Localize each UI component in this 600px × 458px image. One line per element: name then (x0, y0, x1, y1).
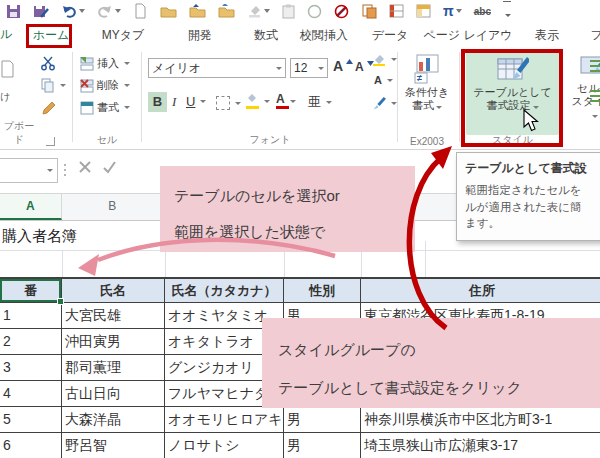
clipboard-group-label: プボード (0, 119, 38, 147)
table-cell[interactable]: 野呂智 (62, 433, 165, 458)
pi-icon[interactable]: π (443, 2, 462, 20)
paste-label-partial: け (0, 90, 10, 104)
spellcheck-icon[interactable]: abc (474, 2, 491, 20)
fill-color-icon[interactable] (247, 2, 270, 20)
gridline (165, 250, 166, 277)
fill-color-small-icon[interactable] (372, 53, 397, 66)
column-header-a[interactable]: A (0, 194, 62, 220)
table-cell[interactable]: 沖田寅男 (62, 329, 165, 355)
table-cell[interactable]: 5 (0, 407, 62, 433)
table-header-cell[interactable]: 住所 (361, 279, 600, 303)
copy-format-icon[interactable] (362, 2, 377, 20)
home-tab-highlight-box (26, 24, 72, 48)
redo-icon[interactable] (97, 2, 121, 20)
clipboard-dialog-launcher-icon[interactable] (46, 137, 55, 146)
ex2003-group-label: Ex2003 (398, 136, 456, 147)
conditional-formatting-button[interactable]: ≠ 条件付き 書式 (398, 54, 456, 112)
table-cell[interactable]: 3 (0, 355, 62, 381)
table-cell[interactable]: ノロサトシ (165, 433, 284, 458)
ribbon-tabs: ル ホーム MYタブ 開発 数式 校閲 挿入 データ ページ レイアウト 表示 … (0, 22, 600, 48)
shrink-font-button[interactable]: A (355, 60, 374, 74)
format-painter-icon[interactable] (42, 101, 57, 116)
undo-icon[interactable] (61, 2, 85, 20)
table-cell[interactable]: 大森洋晶 (62, 407, 165, 433)
save-as-icon[interactable] (33, 2, 49, 20)
edit-group-partial-icon (590, 70, 600, 72)
copy-icon[interactable] (41, 78, 66, 93)
bold-button[interactable]: B (148, 92, 167, 112)
qat-more-icon[interactable] (503, 2, 511, 20)
tab-mytab[interactable]: MYタブ (94, 22, 152, 48)
enter-icon[interactable] (102, 160, 117, 178)
table-cell[interactable]: 埼玉県狭山市広瀬東3-17 (361, 433, 600, 458)
excel-window: π abc ル ホーム MYタブ 開発 数式 校閲 挿入 データ ページ レイア… (0, 0, 600, 458)
name-box[interactable] (0, 158, 58, 183)
gridline (62, 250, 63, 277)
insert-cells-button[interactable]: 挿入 (80, 56, 130, 71)
paste-icon[interactable] (282, 2, 295, 20)
save-icon[interactable] (6, 2, 21, 20)
group-separator (141, 52, 142, 142)
table-red-icon[interactable] (389, 2, 404, 20)
font-color-button[interactable]: A (276, 92, 296, 110)
table-cell[interactable]: 6 (0, 433, 62, 458)
tab-formulas[interactable]: 数式 (246, 22, 286, 48)
table-cell[interactable]: 男 (284, 433, 361, 458)
table-cell[interactable]: 4 (0, 381, 62, 407)
edit-group-partial-icon (590, 90, 600, 92)
cancel-icon[interactable] (78, 160, 92, 178)
font-size-combobox[interactable]: 12 (290, 58, 328, 78)
no-edit-icon[interactable] (334, 2, 350, 20)
font-name-combobox[interactable]: メイリオ (148, 58, 286, 78)
table-cell[interactable]: 大宮民雄 (62, 303, 165, 329)
new-file-icon[interactable] (133, 2, 148, 20)
table-header-cell[interactable]: 番 (0, 279, 62, 303)
table-cell[interactable]: オオモリヒロアキ (165, 407, 284, 433)
grow-font-button[interactable]: A (333, 58, 353, 74)
edit-group-partial-icon (590, 65, 600, 67)
fill-handle[interactable] (57, 298, 64, 305)
table-header-cell[interactable]: 氏名 (62, 279, 165, 303)
table-cell[interactable]: 2 (0, 329, 62, 355)
borders-button[interactable] (216, 96, 241, 110)
table-cell[interactable]: 男 (284, 407, 361, 433)
namebox-divider (64, 164, 66, 166)
tab-data[interactable]: データ (366, 22, 414, 48)
table-cell[interactable]: 古山日向 (62, 381, 165, 407)
table-cell[interactable]: 1 (0, 303, 62, 329)
file-tab-partial[interactable]: ル (0, 26, 12, 43)
font-group-label: フォント (200, 133, 340, 147)
table-header-cell[interactable]: 氏名（カタカナ） (165, 279, 284, 303)
cut-icon[interactable] (40, 56, 56, 71)
title-cell[interactable]: 購入者名簿 (2, 222, 77, 250)
folder-export-icon[interactable] (218, 2, 235, 20)
italic-button[interactable]: I (172, 94, 176, 110)
format-cells-button[interactable]: 書式 (80, 100, 130, 115)
tab-insert[interactable]: 挿入 (314, 22, 358, 48)
paste-button-partial[interactable] (0, 60, 14, 80)
callout-select-range: テーブルのセルを選択or 範囲を選択した状態で (160, 166, 415, 252)
not-equal-glyph: ≠ (417, 73, 422, 83)
tab-partial-right[interactable]: フ (590, 22, 600, 48)
phonetic-button[interactable]: 亜 (308, 93, 332, 111)
edit-group-partial-icon (590, 100, 600, 102)
fill-color-button[interactable] (246, 92, 270, 110)
tab-view[interactable]: 表示 (526, 22, 568, 48)
tab-developer[interactable]: 開発 (178, 22, 222, 48)
delete-cells-button[interactable]: 削除 (80, 78, 130, 93)
underline-button[interactable]: U (186, 94, 206, 109)
edit-group-partial-icon (590, 60, 600, 62)
format-as-table-tooltip: テーブルとして書式設 範囲指定されたセルを ルが適用された表に簡 ます。 (456, 152, 600, 241)
column-header-b[interactable]: B (62, 194, 164, 220)
open-folder-icon[interactable] (160, 2, 177, 20)
table-cell[interactable]: 神奈川県横浜市中区北方町3-1 (361, 407, 600, 433)
table-style-icon[interactable] (416, 2, 431, 20)
cells-group-label: セル (78, 133, 136, 147)
table-header-cell[interactable]: 性別 (284, 279, 361, 303)
brush-small-icon[interactable] (372, 96, 397, 110)
table-cell[interactable]: 郡司薫理 (62, 355, 165, 381)
tab-pagelayout[interactable]: ページ レイアウト (422, 22, 514, 48)
folder-import-icon[interactable] (189, 2, 206, 20)
circle-icon[interactable] (307, 2, 322, 20)
font-color-small-icon[interactable]: A (374, 74, 393, 86)
